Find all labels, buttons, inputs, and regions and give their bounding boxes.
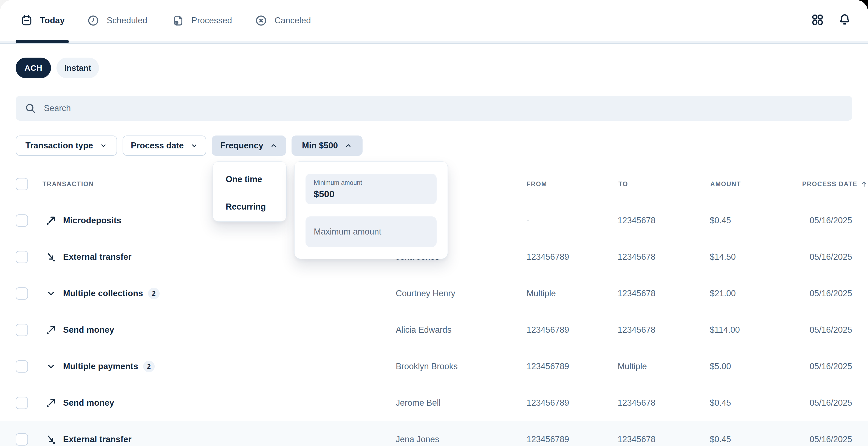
filter-label: Frequency xyxy=(220,141,263,151)
segment-label: Instant xyxy=(64,63,91,73)
process-date-value: 05/16/2025 xyxy=(810,435,852,444)
filter-label: Min $500 xyxy=(302,141,338,151)
tab-label: Scheduled xyxy=(107,16,147,26)
transaction-icon-slot xyxy=(44,288,58,300)
menu-item-one-time[interactable]: One time xyxy=(226,174,286,185)
tab-bar: Today Scheduled Processed Canceled xyxy=(0,0,868,44)
filter-min-amount[interactable]: Min $500 xyxy=(291,136,363,156)
search-icon xyxy=(25,102,36,114)
transaction-label: External transfer xyxy=(63,252,132,262)
table-row[interactable]: External transfer Jena Jones 123456789 1… xyxy=(0,421,868,446)
counterparty-name: Jerome Bell xyxy=(396,398,441,408)
tab-today[interactable]: Today xyxy=(20,0,65,41)
topbar-actions xyxy=(811,13,851,27)
filter-label: Process date xyxy=(131,141,184,151)
chevron-down-icon xyxy=(99,142,107,149)
chevron-down-icon[interactable] xyxy=(45,360,57,373)
transaction-label: External transfer xyxy=(63,435,132,444)
row-checkbox[interactable] xyxy=(16,287,28,300)
tab-scheduled[interactable]: Scheduled xyxy=(87,0,147,41)
minimum-amount-label: Minimum amount xyxy=(314,179,437,186)
transaction-label: Multiple collections xyxy=(63,289,143,298)
frequency-menu: One time Recurring xyxy=(213,161,287,221)
transaction-icon-slot xyxy=(44,250,58,264)
document-check-icon xyxy=(172,14,184,27)
tab-canceled[interactable]: Canceled xyxy=(255,0,311,41)
table-row[interactable]: Multiple collections 2 Courtney Henry Mu… xyxy=(0,275,868,311)
to-account: 12345678 xyxy=(618,289,655,298)
arrow-down-right-icon xyxy=(44,433,58,446)
tab-label: Today xyxy=(40,16,65,26)
tab-label: Canceled xyxy=(275,16,311,26)
to-account: 12345678 xyxy=(618,325,655,335)
filter-transaction-type[interactable]: Transaction type xyxy=(16,136,117,156)
table-row[interactable]: Send money Jerome Bell 123456789 1234567… xyxy=(0,385,868,421)
count-badge: 2 xyxy=(148,288,160,299)
tabbar-divider xyxy=(0,43,868,44)
row-checkbox[interactable] xyxy=(16,214,28,227)
table-row[interactable]: Send money Alicia Edwards 123456789 1234… xyxy=(0,311,868,348)
to-account: 12345678 xyxy=(618,216,655,226)
table-row[interactable]: Multiple payments 2 Brooklyn Brooks 1234… xyxy=(0,348,868,385)
transaction-icon-slot xyxy=(44,396,58,410)
arrow-down-right-icon xyxy=(44,250,58,264)
minimum-amount-field[interactable]: Minimum amount $500 xyxy=(306,174,437,204)
segment-ach[interactable]: ACH xyxy=(16,58,51,78)
process-date-value: 05/16/2025 xyxy=(810,361,852,371)
transaction-icon-slot xyxy=(44,433,58,446)
col-label: PROCESS DATE xyxy=(802,180,857,188)
arrow-up-right-icon xyxy=(44,396,58,410)
arrow-up-right-icon xyxy=(44,214,58,227)
maximum-amount-placeholder: Maximum amount xyxy=(314,227,381,237)
search-input[interactable]: Search xyxy=(16,96,852,121)
amount-value: $0.45 xyxy=(710,435,731,444)
segment-label: ACH xyxy=(24,63,42,73)
bell-icon[interactable] xyxy=(838,13,851,27)
amount-value: $14.50 xyxy=(710,252,736,262)
search-placeholder: Search xyxy=(44,103,71,113)
col-to: TO xyxy=(618,180,628,188)
process-date-value: 05/16/2025 xyxy=(810,289,852,298)
filter-process-date[interactable]: Process date xyxy=(123,136,206,156)
arrow-up-right-icon xyxy=(44,323,58,336)
tab-processed[interactable]: Processed xyxy=(172,0,232,41)
col-process-date[interactable]: PROCESS DATE xyxy=(802,180,868,188)
apps-grid-icon[interactable] xyxy=(811,13,824,26)
row-checkbox[interactable] xyxy=(16,324,28,336)
network-segmented-control: ACH Instant xyxy=(16,58,99,78)
col-transaction: TRANSACTION xyxy=(42,180,94,188)
menu-item-recurring[interactable]: Recurring xyxy=(226,201,286,212)
process-date-value: 05/16/2025 xyxy=(810,252,852,262)
from-account: 123456789 xyxy=(527,435,569,444)
counterparty-name: Courtney Henry xyxy=(396,289,455,298)
to-account: Multiple xyxy=(618,361,647,371)
clock-icon xyxy=(87,14,99,27)
from-account: 123456789 xyxy=(527,325,569,335)
transaction-icon-slot xyxy=(44,360,58,373)
count-badge: 2 xyxy=(143,361,155,372)
segment-instant[interactable]: Instant xyxy=(57,58,99,78)
row-checkbox[interactable] xyxy=(16,397,28,409)
filter-frequency[interactable]: Frequency xyxy=(212,136,286,156)
row-checkbox[interactable] xyxy=(16,251,28,263)
chevron-up-icon xyxy=(270,142,278,149)
row-checkbox[interactable] xyxy=(16,433,28,445)
from-account: 123456789 xyxy=(527,361,569,371)
row-checkbox[interactable] xyxy=(16,360,28,373)
counterparty-name: Alicia Edwards xyxy=(396,325,452,335)
to-account: 12345678 xyxy=(618,398,655,408)
from-account: - xyxy=(527,216,529,226)
from-account: Multiple xyxy=(527,289,556,298)
amount-value: $0.45 xyxy=(710,216,731,226)
amount-value: $21.00 xyxy=(710,289,736,298)
col-from: FROM xyxy=(527,180,547,188)
transaction-label: Microdeposits xyxy=(63,216,122,226)
col-amount: AMOUNT xyxy=(710,180,741,188)
select-all-checkbox[interactable] xyxy=(16,178,28,190)
maximum-amount-field[interactable]: Maximum amount xyxy=(306,216,437,247)
to-account: 12345678 xyxy=(618,252,655,262)
process-date-value: 05/16/2025 xyxy=(810,216,852,226)
minimum-amount-value: $500 xyxy=(314,189,437,200)
circle-x-icon xyxy=(255,14,268,27)
chevron-down-icon[interactable] xyxy=(45,288,57,300)
